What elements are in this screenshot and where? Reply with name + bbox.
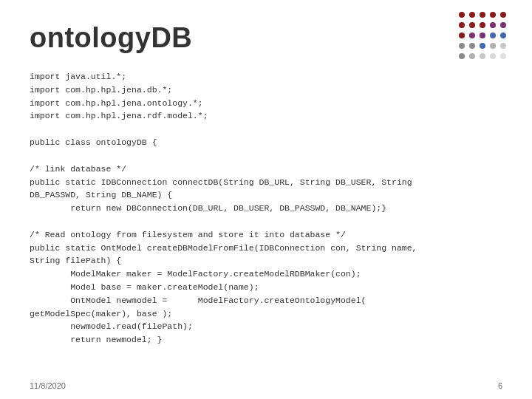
footer-date: 11/8/2020 xyxy=(30,381,66,390)
svg-point-5 xyxy=(459,22,465,28)
svg-point-7 xyxy=(480,22,485,28)
svg-point-15 xyxy=(459,43,465,49)
footer-page: 6 xyxy=(498,381,502,390)
svg-point-16 xyxy=(469,43,475,49)
svg-point-2 xyxy=(480,12,485,18)
svg-point-1 xyxy=(469,12,475,18)
svg-point-24 xyxy=(500,53,506,59)
slide: ontologyDB import java.util.*; import co… xyxy=(0,0,532,399)
svg-point-18 xyxy=(490,43,496,49)
svg-point-10 xyxy=(459,33,465,38)
svg-point-14 xyxy=(500,33,506,38)
svg-point-20 xyxy=(459,53,465,59)
svg-point-12 xyxy=(480,33,485,38)
svg-point-3 xyxy=(490,12,496,18)
svg-point-21 xyxy=(469,53,475,59)
svg-point-9 xyxy=(500,22,506,28)
svg-point-11 xyxy=(469,33,475,38)
slide-title: ontologyDB xyxy=(30,22,502,54)
svg-point-23 xyxy=(490,53,496,59)
svg-point-0 xyxy=(459,12,465,18)
svg-point-8 xyxy=(490,22,496,28)
decorative-dot-grid xyxy=(454,7,521,66)
svg-point-4 xyxy=(500,12,506,18)
svg-point-13 xyxy=(490,33,496,38)
svg-point-6 xyxy=(469,22,475,28)
svg-point-19 xyxy=(500,43,506,49)
code-content: import java.util.*; import com.hp.hpl.je… xyxy=(30,70,502,347)
svg-point-22 xyxy=(480,53,485,59)
svg-point-17 xyxy=(480,43,485,49)
